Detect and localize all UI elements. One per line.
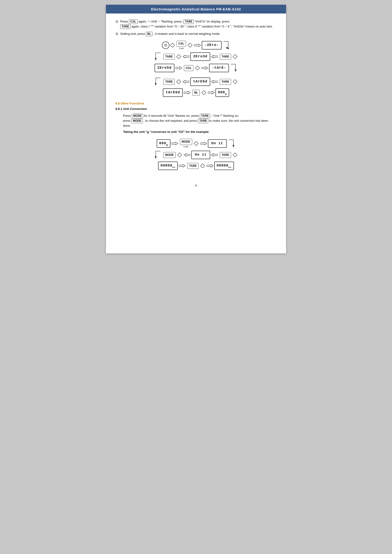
cursor-icon-8 [201,90,206,95]
bl-key-diag: BL [192,90,200,96]
display-unit-2: Un it [191,151,210,159]
display-2ero: -2Ero- [202,41,222,49]
corner-arrow-3 [230,63,237,73]
item-text-2: Press CAL again, "– tArE – "flashing, pr… [120,19,277,29]
item-num-2: 2) [115,19,120,29]
display-00000oz-1: 00000oz [158,161,178,170]
arrow-left-3 [183,80,189,84]
svg-marker-5 [226,47,228,49]
svg-marker-31 [233,153,237,157]
svg-marker-7 [176,55,181,59]
svg-marker-15 [155,83,157,85]
display-tare6d-2: tArE6d [163,88,183,97]
section-6-8-title: 6.8 Other Functions [115,101,277,106]
cal-key-1: CAL [129,19,138,24]
arrow-right-4 [184,91,190,95]
display-2ero5d: 2Ero5d [154,64,175,72]
corner-arrow-4 [155,77,161,86]
svg-marker-17 [183,80,189,83]
page-header: Electromagnetic Analytical Balance FM-EA… [106,5,286,14]
diagram-2: TARE tArE6d TARE tArE6d BL 000g [125,77,267,97]
arrow-left-2 [211,55,218,58]
content-area: 2) Press CAL again, "– tArE – "flashing,… [106,14,286,181]
display-00000oz-2: 00000oz [214,161,234,170]
cursor-icon-2 [188,43,193,48]
tare-key-diag-4: TARE [220,79,231,85]
tare-key-4: TARE [198,119,208,123]
svg-marker-25 [200,142,207,145]
cursor-icon-1 [170,43,175,48]
tare-key-diag-2: TARE [220,54,231,60]
svg-marker-16 [176,80,181,84]
svg-marker-10 [233,55,237,59]
diagram-3: 000g MODE 3 sec Un it [125,139,267,170]
mode-key-1: MODE [132,114,143,118]
svg-marker-13 [202,67,208,69]
bl-key-1: BL [146,32,152,36]
svg-marker-6 [155,58,157,60]
arrow-left-4 [211,80,218,84]
display-tare6d: tArE6d [190,77,210,86]
tare-key-diag-6: TARE [187,163,199,169]
tare-key-diag-5: TARE [220,152,231,158]
unit-conversion-desc: Press MODE for 3 seconds till "Unit "fla… [123,113,277,135]
svg-marker-28 [177,153,182,157]
header-title: Electromagnetic Analytical Balance FM-EA… [151,7,241,11]
svg-marker-8 [183,55,189,58]
svg-marker-26 [232,145,234,147]
svg-marker-22 [208,91,215,94]
display-unit: Un it [208,139,227,148]
mode-key-diag-1: MODE [180,139,192,145]
list-item-2: 2) Press CAL again, "– tArE – "flashing,… [115,19,277,29]
arrow-right-9 [207,164,213,168]
cal-key-diagram: CAL 3 sec [176,41,186,50]
cursor-icon-3 [176,54,181,59]
cursor-icon-5 [195,65,200,71]
display-000g-2: 000g [157,139,170,148]
svg-marker-18 [211,80,218,83]
tare-key-1: TARE [183,19,194,24]
corner-arrow-2 [155,52,161,61]
cursor-icon-4 [232,54,238,59]
tare-key-3: TARE [200,114,210,118]
svg-marker-30 [211,153,218,156]
svg-marker-33 [201,164,205,168]
arrow-left-1 [183,55,189,58]
display-000g: 000g [216,88,229,97]
item-num-3: 3) [115,32,120,36]
cal-key-diag: CAL [176,41,186,47]
arrow-right-8 [179,164,185,168]
svg-marker-3 [188,43,192,47]
svg-marker-12 [195,66,200,70]
arrow-right-1 [194,43,201,47]
cal-key-diag-2: CAL [184,65,194,71]
svg-marker-9 [211,55,218,58]
arrow-right-7 [200,142,207,145]
arrow-right-5 [208,91,215,95]
cursor-icon-6 [176,79,181,84]
cursor-icon-9 [194,141,199,146]
list-item-3: 3) Setting end, press BL , it restarts a… [115,32,277,36]
diagram-1: CAL 3 sec -2Ero- [125,41,267,73]
mode-key-2: MODE [131,119,143,123]
cursor-icon-11 [232,152,238,158]
page-number: 9 [106,181,286,191]
corner-arrow-6 [155,150,161,160]
svg-marker-20 [184,91,190,94]
svg-marker-2 [170,43,175,47]
mode-key-diagram-1: MODE 3 sec [180,139,192,148]
svg-marker-14 [235,69,237,72]
unit-conv-para-1: Press MODE for 3 seconds till "Unit "fla… [123,113,277,118]
display-tare: -tArE- [209,64,229,72]
cursor-icon-12 [200,163,205,168]
power-icon [162,42,169,49]
svg-marker-4 [194,44,201,47]
corner-arrow-1 [223,41,229,50]
svg-marker-23 [171,142,178,145]
svg-marker-34 [207,164,213,167]
svg-marker-21 [202,90,206,95]
item-text-3: Setting end, press BL , it restarts and … [120,32,277,36]
cursor-icon-10 [177,152,182,158]
tare-key-diag-3: TARE [163,79,175,85]
svg-marker-27 [155,156,157,159]
